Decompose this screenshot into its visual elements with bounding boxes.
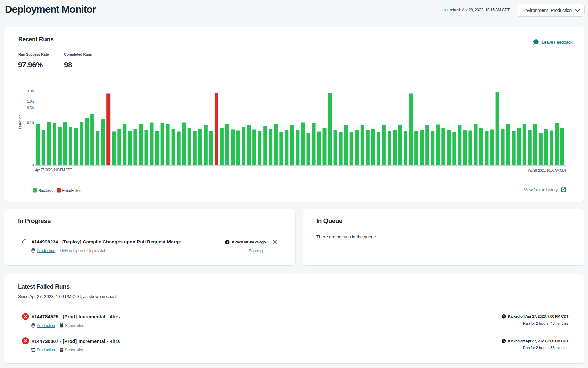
svg-text:0.5h: 0.5h (27, 106, 34, 110)
svg-text:Duration: Duration (18, 114, 22, 129)
svg-text:Apr 28, 2023, 10:00 AM CDT: Apr 28, 2023, 10:00 AM CDT (528, 168, 567, 172)
svg-text:Error/Failed: Error/Failed (62, 188, 82, 193)
svg-text:1.0h: 1.0h (27, 99, 34, 103)
svg-text:Success: Success (38, 188, 53, 193)
svg-text:Apr 27, 2023, 1:00 PM CDT: Apr 27, 2023, 1:00 PM CDT (35, 168, 72, 172)
svg-text:3.0h: 3.0h (27, 89, 34, 93)
svg-text:0: 0 (32, 163, 34, 167)
svg-text:0.1h: 0.1h (27, 121, 34, 125)
